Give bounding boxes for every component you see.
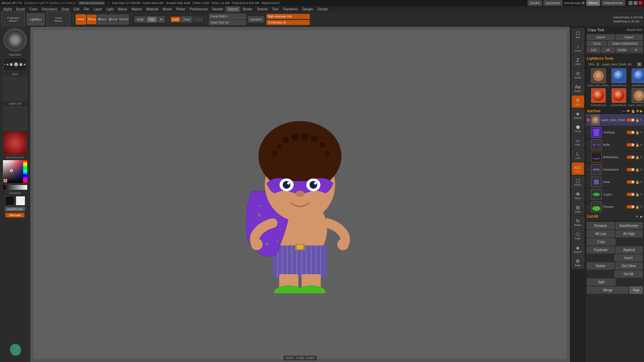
- alternate-button[interactable]: Alternate: [5, 213, 24, 218]
- menu-marker[interactable]: Marker: [129, 7, 144, 12]
- subtool-eye-toggle-hose[interactable]: [627, 180, 635, 184]
- subtool-item-hosenband[interactable]: Hosenband 🔒 ✎: [586, 164, 644, 176]
- del-all-button[interactable]: Del All: [614, 270, 643, 278]
- subtool-eye-toggle-flossen[interactable]: [627, 205, 635, 208]
- subtool-lock-btn-umhang[interactable]: 🔒: [635, 131, 639, 134]
- subtool-eye-icon[interactable]: 👁: [627, 109, 630, 113]
- duplicate-button[interactable]: Duplicate: [587, 246, 614, 253]
- brush-item-sphere[interactable]: SphereBrush: [611, 68, 627, 87]
- scale-button[interactable]: ⊞ Scale: [108, 14, 118, 24]
- switch-color-button[interactable]: SwitchColor: [5, 207, 25, 212]
- draw-size-slider[interactable]: Draw Size 64: [209, 20, 246, 25]
- rename-button[interactable]: Rename: [587, 222, 614, 229]
- coat-button[interactable]: Coat: [193, 17, 203, 22]
- menu-edit[interactable]: Edit: [72, 7, 82, 12]
- subtool-item-hero[interactable]: super_hero_finish 🔒 ✎: [586, 114, 644, 126]
- subtool-settings-icon[interactable]: ⚙: [636, 109, 639, 113]
- brush-preview[interactable]: [3, 28, 27, 52]
- alpha-preview[interactable]: [3, 77, 27, 101]
- zsub-button[interactable]: Zsub: [181, 16, 192, 22]
- subtool-lock-btn-brillenband[interactable]: 🔒: [635, 156, 639, 159]
- dynami2-button[interactable]: ◈ Dynami: [572, 243, 584, 255]
- quicks-button[interactable]: QuickS: [528, 0, 542, 6]
- r-button[interactable]: R: [630, 47, 643, 53]
- viewport[interactable]: ★ ★ ★ ★ ★ ★ ★ ★: [30, 27, 570, 362]
- menu-transform[interactable]: Transform: [280, 7, 300, 12]
- all-high-button[interactable]: All High: [615, 230, 643, 237]
- quick-sketch-button[interactable]: QuickSketch: [47, 11, 70, 28]
- subtool-toggle-off[interactable]: —: [622, 109, 626, 113]
- menu-file[interactable]: File: [82, 7, 91, 12]
- subtool-edit-btn-flossen[interactable]: ✎: [640, 205, 643, 209]
- subtool-eye-toggle-brille[interactable]: [627, 143, 635, 146]
- visible-button[interactable]: Visible: [615, 47, 629, 53]
- menu-stroke[interactable]: Stroke: [240, 7, 254, 12]
- minimize-icon[interactable]: _: [629, 1, 633, 5]
- subtool-edit-btn-hero[interactable]: ✎: [640, 118, 643, 122]
- copy-button[interactable]: Copy: [587, 238, 615, 245]
- r-small-button[interactable]: R: [637, 62, 642, 66]
- dots-preview[interactable]: [3, 58, 27, 71]
- subtool-edit-btn-umhang[interactable]: ✎: [640, 131, 643, 134]
- menu-color[interactable]: Color: [28, 7, 40, 12]
- clone-button[interactable]: Clone: [587, 41, 606, 46]
- autoreorder-button[interactable]: AutoReorder: [615, 222, 643, 229]
- quicksave-button[interactable]: QuickSave: [543, 0, 563, 6]
- texture-preview[interactable]: [3, 107, 27, 130]
- zedit-button[interactable]: Z ZEdit: [572, 55, 584, 68]
- lightbox-button[interactable]: LightBox: [27, 13, 45, 25]
- all-button[interactable]: All: [601, 47, 614, 53]
- menu-stencil[interactable]: Stencil: [225, 6, 240, 12]
- rotate-button[interactable]: ↻ Rotate: [119, 14, 129, 24]
- subtool-item-augen[interactable]: Augen 🔒 ✎: [586, 188, 644, 201]
- oxyz-button[interactable]: xyz Oxyz: [572, 162, 584, 175]
- menu-material[interactable]: Material: [145, 7, 161, 12]
- menu-layer[interactable]: Layer: [92, 7, 104, 12]
- subtool-eye-toggle-hosenband[interactable]: [627, 168, 635, 171]
- color-picker[interactable]: [3, 160, 28, 183]
- subtool-edit-btn-augen[interactable]: ✎: [640, 193, 643, 196]
- mrgb-button[interactable]: Mrgb: [135, 16, 146, 22]
- subtool-edit-btn-brille[interactable]: ✎: [640, 143, 643, 147]
- brush-item-simple[interactable]: SimpleBrush: [587, 88, 610, 107]
- menu-picker[interactable]: Picker: [174, 7, 187, 12]
- subtool-edit-btn-brillenband[interactable]: ✎: [640, 156, 643, 159]
- menu-movie[interactable]: Movie: [161, 7, 174, 12]
- brill-button[interactable]: ⬡ Brill: [572, 28, 584, 41]
- subtool-eye-toggle-brillenband[interactable]: [627, 156, 635, 159]
- menu-macro[interactable]: Macro: [116, 7, 129, 12]
- projection-master-button[interactable]: ProjectionMaster: [1, 11, 25, 28]
- make-polymesh-button[interactable]: Make PolyMesh3D: [607, 41, 643, 46]
- subtool-eye-toggle-hero[interactable]: [627, 118, 635, 122]
- frame-button[interactable]: ▢ Frame: [572, 176, 584, 188]
- subtool-eye-toggle-augen[interactable]: [627, 193, 635, 196]
- draw-button[interactable]: ✐ Draw: [87, 14, 97, 24]
- menu-tool[interactable]: Tool: [270, 7, 280, 12]
- background-color[interactable]: [16, 196, 25, 205]
- menu-zscript[interactable]: Zscript: [315, 7, 329, 12]
- focal-shift-slider[interactable]: Focal Shift 0: [209, 14, 246, 19]
- subtool-lock-btn-augen[interactable]: 🔒: [635, 193, 639, 196]
- subtool-item-hose[interactable]: Hose 🔒 ✎: [586, 176, 644, 188]
- menu-light[interactable]: Light: [104, 7, 116, 12]
- insert-button[interactable]: Insert: [614, 254, 643, 261]
- subtool-expand-icon[interactable]: ▶: [640, 109, 643, 113]
- aahat-button[interactable]: Aa AaHat: [572, 82, 584, 95]
- rgb-button[interactable]: Rgb: [147, 16, 157, 22]
- brush-item-eraser[interactable]: EraserBrush: [611, 88, 627, 107]
- menu-zplugin[interactable]: Zplugin: [300, 7, 315, 12]
- maximize-icon[interactable]: □: [634, 1, 638, 5]
- z-intensity-slider[interactable]: Z Intensity 25: [266, 20, 310, 25]
- edit-button[interactable]: ✏ Edit: [76, 14, 86, 24]
- split-button[interactable]: Split: [587, 279, 615, 286]
- subtool-lock-btn-hero[interactable]: 🔒: [635, 118, 639, 122]
- material-preview[interactable]: [3, 131, 27, 155]
- delete-button[interactable]: Delete: [587, 262, 614, 269]
- equip-button[interactable]: ⚙ Equip: [572, 256, 584, 269]
- subtool-lock-icon[interactable]: 🔒: [631, 109, 635, 113]
- defaultzscript-button[interactable]: DefaultZScript: [601, 0, 625, 6]
- high-button[interactable]: High: [630, 287, 643, 294]
- subtool-lock-btn-hosenband[interactable]: 🔒: [635, 168, 639, 172]
- subtool-item-umhang[interactable]: Umhang 🔒 ✎: [586, 126, 644, 139]
- move-vs-button[interactable]: ✥ Move: [572, 189, 584, 202]
